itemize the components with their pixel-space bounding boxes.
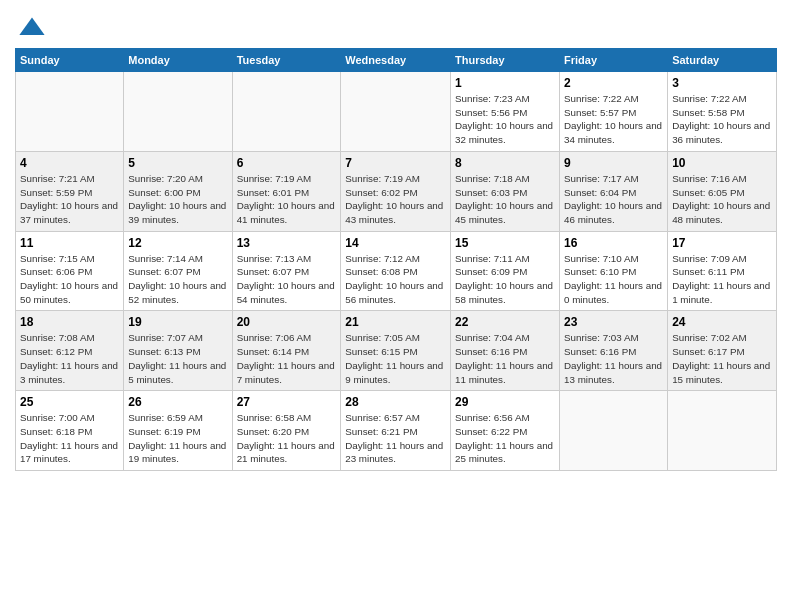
week-row-4: 25Sunrise: 7:00 AM Sunset: 6:18 PM Dayli… — [16, 391, 777, 471]
header-tuesday: Tuesday — [232, 49, 341, 72]
calendar-cell — [560, 391, 668, 471]
day-number: 23 — [564, 315, 663, 329]
calendar-cell: 4Sunrise: 7:21 AM Sunset: 5:59 PM Daylig… — [16, 151, 124, 231]
day-number: 18 — [20, 315, 119, 329]
day-info: Sunrise: 6:59 AM Sunset: 6:19 PM Dayligh… — [128, 411, 227, 466]
day-info: Sunrise: 7:19 AM Sunset: 6:02 PM Dayligh… — [345, 172, 446, 227]
day-number: 19 — [128, 315, 227, 329]
calendar-cell: 22Sunrise: 7:04 AM Sunset: 6:16 PM Dayli… — [451, 311, 560, 391]
day-number: 1 — [455, 76, 555, 90]
calendar-cell: 9Sunrise: 7:17 AM Sunset: 6:04 PM Daylig… — [560, 151, 668, 231]
day-number: 12 — [128, 236, 227, 250]
calendar-cell — [668, 391, 777, 471]
logo — [15, 14, 46, 42]
header-thursday: Thursday — [451, 49, 560, 72]
day-info: Sunrise: 7:06 AM Sunset: 6:14 PM Dayligh… — [237, 331, 337, 386]
calendar-cell: 14Sunrise: 7:12 AM Sunset: 6:08 PM Dayli… — [341, 231, 451, 311]
calendar-cell: 12Sunrise: 7:14 AM Sunset: 6:07 PM Dayli… — [124, 231, 232, 311]
day-info: Sunrise: 7:14 AM Sunset: 6:07 PM Dayligh… — [128, 252, 227, 307]
day-number: 27 — [237, 395, 337, 409]
calendar-cell: 2Sunrise: 7:22 AM Sunset: 5:57 PM Daylig… — [560, 72, 668, 152]
day-info: Sunrise: 7:22 AM Sunset: 5:58 PM Dayligh… — [672, 92, 772, 147]
day-number: 25 — [20, 395, 119, 409]
day-number: 9 — [564, 156, 663, 170]
calendar-cell: 21Sunrise: 7:05 AM Sunset: 6:15 PM Dayli… — [341, 311, 451, 391]
calendar-cell: 26Sunrise: 6:59 AM Sunset: 6:19 PM Dayli… — [124, 391, 232, 471]
day-info: Sunrise: 6:56 AM Sunset: 6:22 PM Dayligh… — [455, 411, 555, 466]
calendar-cell: 19Sunrise: 7:07 AM Sunset: 6:13 PM Dayli… — [124, 311, 232, 391]
page-container: SundayMondayTuesdayWednesdayThursdayFrid… — [0, 0, 792, 479]
day-number: 8 — [455, 156, 555, 170]
day-info: Sunrise: 7:13 AM Sunset: 6:07 PM Dayligh… — [237, 252, 337, 307]
calendar-cell: 6Sunrise: 7:19 AM Sunset: 6:01 PM Daylig… — [232, 151, 341, 231]
day-number: 11 — [20, 236, 119, 250]
day-number: 26 — [128, 395, 227, 409]
calendar-cell: 7Sunrise: 7:19 AM Sunset: 6:02 PM Daylig… — [341, 151, 451, 231]
day-info: Sunrise: 7:22 AM Sunset: 5:57 PM Dayligh… — [564, 92, 663, 147]
calendar-cell: 20Sunrise: 7:06 AM Sunset: 6:14 PM Dayli… — [232, 311, 341, 391]
week-row-3: 18Sunrise: 7:08 AM Sunset: 6:12 PM Dayli… — [16, 311, 777, 391]
day-number: 13 — [237, 236, 337, 250]
day-number: 29 — [455, 395, 555, 409]
day-info: Sunrise: 7:05 AM Sunset: 6:15 PM Dayligh… — [345, 331, 446, 386]
day-number: 6 — [237, 156, 337, 170]
day-info: Sunrise: 6:57 AM Sunset: 6:21 PM Dayligh… — [345, 411, 446, 466]
day-info: Sunrise: 7:03 AM Sunset: 6:16 PM Dayligh… — [564, 331, 663, 386]
day-info: Sunrise: 7:23 AM Sunset: 5:56 PM Dayligh… — [455, 92, 555, 147]
calendar-cell: 3Sunrise: 7:22 AM Sunset: 5:58 PM Daylig… — [668, 72, 777, 152]
day-info: Sunrise: 7:17 AM Sunset: 6:04 PM Dayligh… — [564, 172, 663, 227]
calendar-cell: 8Sunrise: 7:18 AM Sunset: 6:03 PM Daylig… — [451, 151, 560, 231]
day-info: Sunrise: 7:15 AM Sunset: 6:06 PM Dayligh… — [20, 252, 119, 307]
day-number: 2 — [564, 76, 663, 90]
day-info: Sunrise: 7:09 AM Sunset: 6:11 PM Dayligh… — [672, 252, 772, 307]
calendar-cell: 15Sunrise: 7:11 AM Sunset: 6:09 PM Dayli… — [451, 231, 560, 311]
week-row-0: 1Sunrise: 7:23 AM Sunset: 5:56 PM Daylig… — [16, 72, 777, 152]
calendar-cell: 5Sunrise: 7:20 AM Sunset: 6:00 PM Daylig… — [124, 151, 232, 231]
calendar-cell: 16Sunrise: 7:10 AM Sunset: 6:10 PM Dayli… — [560, 231, 668, 311]
calendar-cell: 25Sunrise: 7:00 AM Sunset: 6:18 PM Dayli… — [16, 391, 124, 471]
day-number: 21 — [345, 315, 446, 329]
calendar-cell — [341, 72, 451, 152]
day-number: 20 — [237, 315, 337, 329]
calendar-table: SundayMondayTuesdayWednesdayThursdayFrid… — [15, 48, 777, 471]
day-number: 17 — [672, 236, 772, 250]
day-info: Sunrise: 7:11 AM Sunset: 6:09 PM Dayligh… — [455, 252, 555, 307]
day-info: Sunrise: 7:20 AM Sunset: 6:00 PM Dayligh… — [128, 172, 227, 227]
week-row-1: 4Sunrise: 7:21 AM Sunset: 5:59 PM Daylig… — [16, 151, 777, 231]
day-number: 24 — [672, 315, 772, 329]
day-number: 3 — [672, 76, 772, 90]
day-info: Sunrise: 7:19 AM Sunset: 6:01 PM Dayligh… — [237, 172, 337, 227]
calendar-cell: 1Sunrise: 7:23 AM Sunset: 5:56 PM Daylig… — [451, 72, 560, 152]
day-info: Sunrise: 7:00 AM Sunset: 6:18 PM Dayligh… — [20, 411, 119, 466]
header-sunday: Sunday — [16, 49, 124, 72]
day-info: Sunrise: 7:21 AM Sunset: 5:59 PM Dayligh… — [20, 172, 119, 227]
day-number: 4 — [20, 156, 119, 170]
day-info: Sunrise: 7:18 AM Sunset: 6:03 PM Dayligh… — [455, 172, 555, 227]
day-number: 7 — [345, 156, 446, 170]
day-number: 15 — [455, 236, 555, 250]
day-number: 10 — [672, 156, 772, 170]
calendar-cell: 24Sunrise: 7:02 AM Sunset: 6:17 PM Dayli… — [668, 311, 777, 391]
header-friday: Friday — [560, 49, 668, 72]
header-saturday: Saturday — [668, 49, 777, 72]
day-info: Sunrise: 7:04 AM Sunset: 6:16 PM Dayligh… — [455, 331, 555, 386]
day-number: 28 — [345, 395, 446, 409]
day-info: Sunrise: 7:02 AM Sunset: 6:17 PM Dayligh… — [672, 331, 772, 386]
day-info: Sunrise: 7:16 AM Sunset: 6:05 PM Dayligh… — [672, 172, 772, 227]
calendar-cell: 10Sunrise: 7:16 AM Sunset: 6:05 PM Dayli… — [668, 151, 777, 231]
calendar-header-row: SundayMondayTuesdayWednesdayThursdayFrid… — [16, 49, 777, 72]
header-monday: Monday — [124, 49, 232, 72]
logo-icon — [18, 14, 46, 42]
day-number: 14 — [345, 236, 446, 250]
calendar-cell: 29Sunrise: 6:56 AM Sunset: 6:22 PM Dayli… — [451, 391, 560, 471]
calendar-cell: 11Sunrise: 7:15 AM Sunset: 6:06 PM Dayli… — [16, 231, 124, 311]
calendar-cell: 17Sunrise: 7:09 AM Sunset: 6:11 PM Dayli… — [668, 231, 777, 311]
calendar-cell: 18Sunrise: 7:08 AM Sunset: 6:12 PM Dayli… — [16, 311, 124, 391]
day-number: 5 — [128, 156, 227, 170]
header — [15, 10, 777, 42]
day-number: 22 — [455, 315, 555, 329]
day-info: Sunrise: 7:07 AM Sunset: 6:13 PM Dayligh… — [128, 331, 227, 386]
calendar-cell: 27Sunrise: 6:58 AM Sunset: 6:20 PM Dayli… — [232, 391, 341, 471]
svg-marker-0 — [19, 18, 44, 36]
day-number: 16 — [564, 236, 663, 250]
